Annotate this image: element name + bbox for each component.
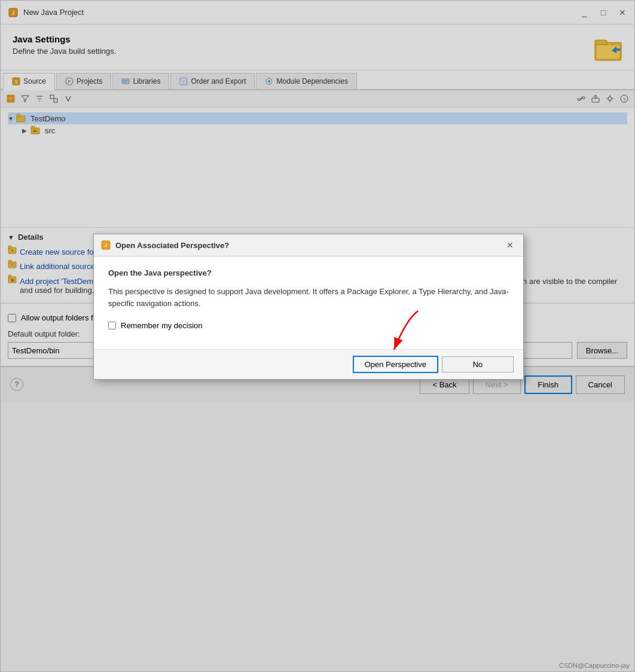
dialog-icon: J — [101, 240, 111, 250]
dialog-body: Open the Java perspective? This perspect… — [94, 256, 523, 349]
dialog-footer: Open Perspective No — [94, 349, 523, 379]
dialog-title-text: Open Associated Perspective? — [115, 241, 229, 250]
remember-decision-checkbox[interactable] — [108, 322, 116, 329]
dialog-title-left: J Open Associated Perspective? — [101, 240, 229, 250]
remember-decision-label: Remember my decision — [121, 321, 203, 330]
dialog-title-bar: J Open Associated Perspective? ✕ — [94, 234, 523, 256]
dialog-description: This perspective is designed to support … — [108, 286, 509, 309]
open-perspective-button[interactable]: Open Perspective — [353, 356, 438, 373]
main-window: J New Java Project ⎯ □ ✕ Java Settings D… — [0, 0, 635, 672]
no-button[interactable]: No — [442, 356, 514, 372]
dialog-checkbox-row: Remember my decision — [108, 321, 509, 330]
dialog-question: Open the Java perspective? — [108, 268, 509, 277]
modal-overlay: J Open Associated Perspective? ✕ Open th… — [1, 1, 634, 671]
dialog: J Open Associated Perspective? ✕ Open th… — [93, 234, 524, 380]
dialog-close-button[interactable]: ✕ — [504, 239, 516, 251]
svg-text:J: J — [105, 243, 107, 248]
